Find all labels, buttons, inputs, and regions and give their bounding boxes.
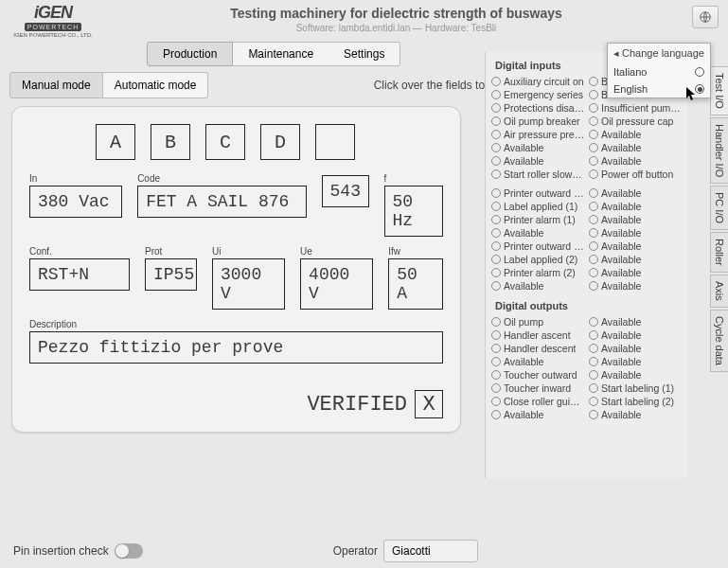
io-item: Available — [589, 253, 683, 266]
operator-label: Operator — [333, 544, 378, 558]
io-item: Available — [589, 328, 683, 342]
io-item: Available — [589, 186, 683, 200]
radio-icon — [491, 156, 501, 166]
operator-field[interactable] — [383, 540, 478, 562]
radio-icon — [589, 90, 598, 99]
page-title: Testing machinery for dielectric strengt… — [100, 6, 692, 21]
radio-icon — [491, 116, 501, 126]
radio-icon — [589, 370, 598, 380]
radio-icon — [491, 344, 501, 353]
field-conf[interactable]: RST+N — [29, 258, 130, 291]
radio-icon — [589, 116, 598, 126]
radio-icon — [589, 143, 598, 152]
mouse-cursor-icon — [686, 87, 698, 105]
lang-opt-italiano[interactable]: Italiano — [608, 63, 710, 80]
radio-icon — [491, 130, 501, 139]
field-f[interactable]: 50 Hz — [384, 186, 443, 237]
io-panel: Digital inputs Auxiliary circuit onBarEm… — [485, 52, 688, 478]
radio-icon — [589, 357, 598, 366]
radio-icon — [589, 410, 598, 419]
radio-icon — [491, 143, 501, 152]
io-item: Power off button — [589, 168, 683, 181]
radio-icon — [491, 255, 501, 264]
tab-settings[interactable]: Settings — [328, 42, 400, 66]
io-item: Printer outward (1) — [491, 186, 585, 200]
io-item: Available — [589, 141, 683, 154]
field-ifw[interactable]: 50 A — [388, 258, 443, 310]
io-item: Available — [589, 368, 683, 382]
radio-icon — [589, 215, 598, 224]
io-item: Oil pressure cap — [589, 115, 683, 128]
field-description[interactable]: Pezzo fittizio per prove — [29, 331, 443, 364]
tab-production[interactable]: Production — [147, 42, 233, 66]
radio-icon — [589, 268, 598, 277]
radio-icon — [491, 241, 501, 251]
pin-insertion-toggle[interactable] — [115, 543, 143, 559]
io-item: Available — [589, 213, 683, 226]
radio-icon — [491, 103, 501, 113]
slot-c[interactable]: C — [205, 124, 245, 160]
radio-icon — [491, 268, 501, 277]
radio-icon — [491, 228, 501, 238]
io-item: Available — [589, 240, 683, 253]
radio-icon — [589, 241, 598, 251]
io-item: Available — [589, 226, 683, 240]
radio-icon — [589, 255, 598, 264]
io-item: Emergency series — [491, 88, 585, 101]
side-tab-cycle-data[interactable]: Cycle data — [710, 310, 728, 372]
io-item: Oil pump — [491, 315, 585, 328]
manual-mode-tab[interactable]: Manual mode — [9, 72, 103, 98]
field-ue[interactable]: 4000 V — [300, 258, 373, 310]
radio-icon — [589, 228, 598, 238]
verified-checkbox[interactable]: X — [415, 390, 443, 418]
language-button[interactable] — [692, 6, 719, 28]
io-item: Printer alarm (2) — [491, 266, 585, 279]
io-item: Start labeling (2) — [589, 395, 683, 408]
slot-a[interactable]: A — [96, 124, 135, 160]
side-tab-pc-io[interactable]: PC I/O — [710, 186, 728, 230]
io-item: Printer alarm (1) — [491, 213, 585, 226]
radio-icon — [491, 188, 501, 198]
io-item: Available — [491, 355, 585, 368]
io-item: Available — [589, 128, 683, 141]
io-item: Oil pump breaker — [491, 115, 585, 128]
slot-d[interactable]: D — [260, 124, 300, 160]
side-tab-handler-io[interactable]: Handler I/O — [710, 117, 728, 184]
field-in[interactable]: 380 Vac — [29, 186, 122, 218]
io-item: Start roller slowdown — [491, 168, 585, 181]
radio-icon — [589, 156, 598, 166]
io-item: Toucher inward — [491, 382, 585, 395]
side-tab-test-io[interactable]: Test I/O — [710, 66, 728, 115]
field-blank[interactable]: 543 — [322, 175, 369, 207]
side-tab-roller[interactable]: Roller — [710, 232, 728, 273]
radio-icon — [491, 410, 501, 419]
field-code[interactable]: FET A SAIL 876 — [137, 186, 306, 218]
radio-icon — [589, 103, 598, 113]
radio-icon — [589, 281, 598, 291]
radio-icon — [491, 90, 501, 99]
slot-empty[interactable] — [315, 124, 355, 160]
radio-icon — [491, 357, 501, 366]
io-item: Available — [589, 266, 683, 279]
slot-b[interactable]: B — [151, 124, 190, 160]
io-item: Available — [491, 408, 585, 421]
field-ui[interactable]: 3000 V — [212, 258, 285, 310]
product-card: A B C D In380 Vac CodeFET A SAIL 876 543… — [11, 106, 461, 433]
radio-icon — [589, 397, 598, 406]
tab-maintenance[interactable]: Maintenance — [233, 42, 328, 66]
radio-icon — [491, 370, 501, 380]
radio-icon — [589, 77, 598, 86]
radio-icon — [491, 330, 501, 340]
io-item: Available — [491, 279, 585, 293]
radio-icon — [491, 215, 501, 224]
page-subtitle: Software: lambda.entidi.lan — Hardware: … — [100, 23, 692, 33]
pin-insertion-check[interactable]: Pin insertion check — [13, 543, 143, 559]
side-tab-axis[interactable]: Axis — [710, 275, 728, 308]
radio-icon — [589, 317, 598, 327]
logo: iGEN POWERTECH IGEN POWERTECH CO., LTD. — [6, 6, 100, 34]
field-prot[interactable]: IP55 — [145, 258, 197, 291]
radio-icon — [491, 77, 501, 86]
io-item: Available — [589, 342, 683, 355]
radio-icon — [491, 202, 501, 211]
radio-icon — [491, 397, 501, 406]
